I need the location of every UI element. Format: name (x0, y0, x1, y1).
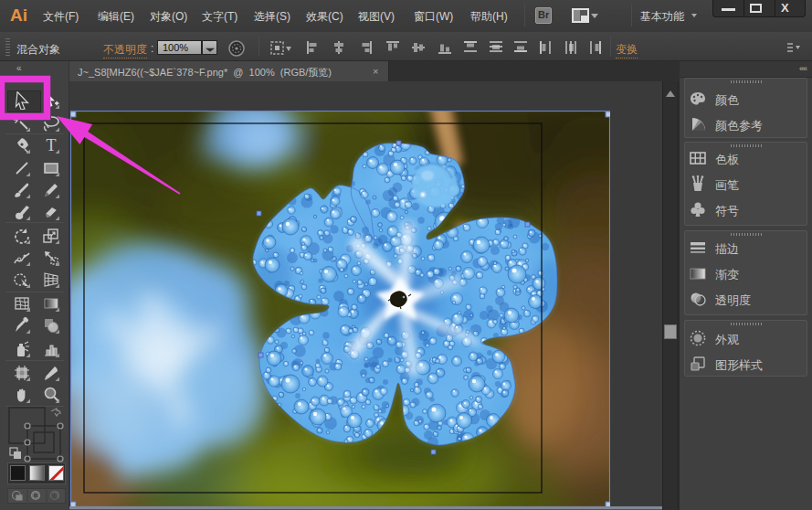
svg-text:T: T (47, 136, 57, 154)
